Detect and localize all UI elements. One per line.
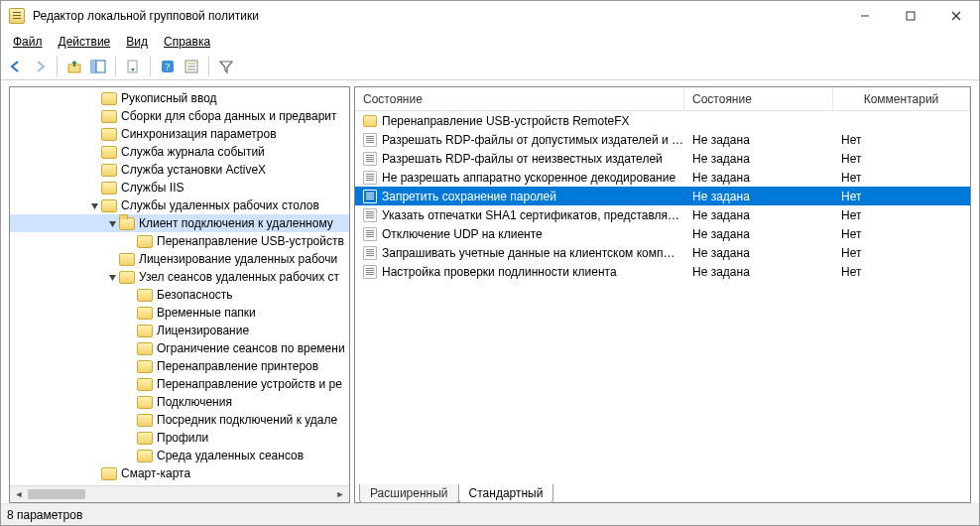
- twisty-spacer: [123, 395, 137, 409]
- tree-item[interactable]: Подключения: [10, 393, 349, 411]
- policy-name: Не разрешать аппаратно ускоренное декоди…: [382, 171, 675, 185]
- twisty-spacer: [87, 91, 101, 105]
- policy-icon: [363, 190, 377, 203]
- tree-item[interactable]: Перенаправление принтеров: [10, 357, 349, 375]
- list-row[interactable]: Настройка проверки подлинности клиентаНе…: [355, 262, 970, 281]
- tree-item[interactable]: Перенаправление устройств и ре: [10, 375, 349, 393]
- tree-item[interactable]: Безопасность: [10, 286, 349, 304]
- close-button[interactable]: [933, 1, 979, 31]
- tree-item-label: Службы IIS: [121, 181, 184, 195]
- folder-icon: [101, 182, 117, 195]
- tree-item[interactable]: Посредник подключений к удале: [10, 411, 349, 429]
- tree[interactable]: Рукописный вводСборки для сбора данных и…: [10, 87, 349, 485]
- help-button[interactable]: ?: [157, 56, 179, 77]
- folder-icon: [137, 325, 153, 337]
- export-button[interactable]: [122, 56, 144, 77]
- policy-state: Не задана: [684, 224, 833, 243]
- scroll-right-icon[interactable]: ►: [333, 489, 347, 499]
- tree-item[interactable]: Профили: [10, 429, 349, 447]
- maximize-button[interactable]: [888, 1, 933, 31]
- policy-comment: Нет: [833, 224, 970, 243]
- tree-item-label: Безопасность: [157, 288, 233, 302]
- menu-view[interactable]: Вид: [120, 33, 154, 51]
- policy-state: Не задана: [684, 149, 833, 168]
- chevron-down-icon[interactable]: [105, 270, 119, 284]
- list-body[interactable]: Перенаправление USB-устройств RemoteFXРа…: [355, 111, 970, 480]
- menu-file[interactable]: Файл: [7, 33, 49, 51]
- tree-item-label: Служба установки ActiveX: [121, 163, 266, 177]
- folder-icon: [119, 253, 135, 266]
- tree-item[interactable]: Временные папки: [10, 304, 349, 322]
- policy-name: Запретить сохранение паролей: [382, 190, 556, 203]
- window-title: Редактор локальной групповой политики: [33, 9, 842, 23]
- tree-item[interactable]: Службы удаленных рабочих столов: [10, 197, 349, 214]
- minimize-button[interactable]: [842, 1, 888, 31]
- tree-pane: Рукописный вводСборки для сбора данных и…: [9, 86, 350, 503]
- scroll-left-icon[interactable]: ◄: [12, 489, 26, 499]
- policy-comment: Нет: [833, 243, 970, 262]
- tab-standard[interactable]: Стандартный: [458, 484, 554, 503]
- properties-button[interactable]: [181, 56, 202, 77]
- list-row[interactable]: Отключение UDP на клиентеНе заданаНет: [355, 224, 970, 243]
- tree-item[interactable]: Клиент подключения к удаленному: [10, 214, 349, 232]
- tab-extended[interactable]: Расширенный: [359, 484, 459, 503]
- filter-button[interactable]: [215, 56, 237, 77]
- document-arrow-icon: [125, 59, 141, 74]
- separator: [115, 57, 116, 76]
- tree-item[interactable]: Сборки для сбора данных и предварит: [10, 107, 349, 125]
- list-row[interactable]: Запретить сохранение паролейНе заданаНет: [355, 187, 970, 205]
- column-state[interactable]: Состояние: [684, 87, 833, 110]
- policy-icon: [363, 227, 377, 241]
- back-button[interactable]: [5, 56, 27, 77]
- up-button[interactable]: [63, 56, 85, 77]
- tree-item[interactable]: Среда удаленных сеансов: [10, 447, 349, 464]
- list-row[interactable]: Перенаправление USB-устройств RemoteFX: [355, 111, 970, 130]
- folder-up-icon: [66, 59, 82, 74]
- list-row[interactable]: Разрешать RDP-файлы от допустимых издате…: [355, 130, 970, 149]
- svg-rect-1: [907, 12, 915, 20]
- list-row[interactable]: Запрашивать учетные данные на клиентском…: [355, 243, 970, 262]
- folder-icon: [119, 217, 135, 230]
- list-row[interactable]: Разрешать RDP-файлы от неизвестных издат…: [355, 149, 970, 168]
- horizontal-scrollbar[interactable]: ◄ ►: [10, 485, 349, 502]
- menu-action[interactable]: Действие: [53, 33, 117, 51]
- folder-icon: [137, 360, 153, 373]
- twisty-spacer: [123, 413, 137, 427]
- chevron-down-icon[interactable]: [105, 216, 119, 230]
- tree-item[interactable]: Лицензирование удаленных рабочи: [10, 250, 349, 268]
- forward-button[interactable]: [29, 56, 51, 77]
- folder-icon: [101, 146, 117, 159]
- tree-item[interactable]: Синхронизация параметров: [10, 125, 349, 143]
- policy-name: Запрашивать учетные данные на клиентском…: [382, 246, 675, 260]
- tree-item-label: Ограничение сеансов по времени: [157, 341, 345, 355]
- tree-item[interactable]: Перенаправление USB-устройств: [10, 232, 349, 250]
- chevron-down-icon[interactable]: [87, 198, 101, 212]
- menu-help[interactable]: Справка: [158, 33, 216, 51]
- twisty-spacer: [123, 377, 137, 391]
- twisty-spacer: [87, 127, 101, 141]
- policy-name: Настройка проверки подлинности клиента: [382, 265, 617, 279]
- tree-item[interactable]: Узел сеансов удаленных рабочих ст: [10, 268, 349, 286]
- scroll-thumb[interactable]: [28, 489, 85, 499]
- list-row[interactable]: Не разрешать аппаратно ускоренное декоди…: [355, 168, 970, 187]
- panes-icon: [90, 59, 106, 74]
- tree-item[interactable]: Служба журнала событий: [10, 143, 349, 161]
- minimize-icon: [860, 11, 870, 21]
- tree-item[interactable]: Лицензирование: [10, 322, 349, 339]
- titlebar: Редактор локальной групповой политики: [1, 1, 979, 31]
- policy-icon: [363, 171, 377, 185]
- policy-state: Не задана: [684, 262, 833, 281]
- folder-icon: [137, 414, 153, 427]
- column-comment[interactable]: Комментарий: [833, 87, 970, 110]
- twisty-spacer: [87, 109, 101, 123]
- tree-item[interactable]: Службы IIS: [10, 179, 349, 197]
- tree-item[interactable]: Служба установки ActiveX: [10, 161, 349, 179]
- tree-item[interactable]: Рукописный ввод: [10, 89, 349, 107]
- tree-item[interactable]: Смарт-карта: [10, 464, 349, 482]
- folder-icon: [137, 432, 153, 445]
- column-name[interactable]: Состояние: [355, 87, 684, 110]
- show-hide-tree-button[interactable]: [87, 56, 109, 77]
- tree-item[interactable]: Ограничение сеансов по времени: [10, 339, 349, 357]
- list-row[interactable]: Указать отпечатки SHA1 сертификатов, пре…: [355, 205, 970, 224]
- policy-state: Не задана: [684, 168, 833, 187]
